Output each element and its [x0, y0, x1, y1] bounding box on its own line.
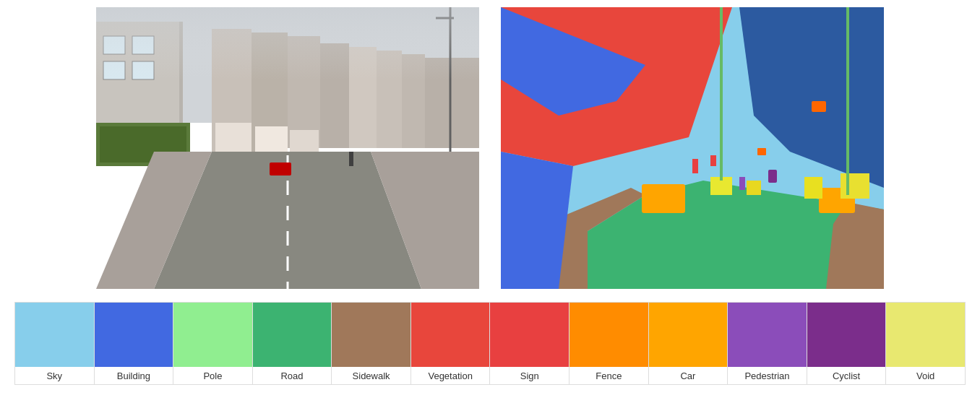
legend-color-road: [253, 303, 332, 367]
legend-item-building: Building: [95, 303, 174, 384]
legend-item-pedestrian: Pedestrian: [728, 303, 807, 384]
legend-label-sign: Sign: [519, 367, 541, 384]
legend-color-building: [95, 303, 173, 367]
legend-label-void: Void: [915, 367, 936, 384]
svg-rect-28: [96, 7, 479, 79]
legend-item-sidewalk: Sidewalk: [332, 303, 411, 384]
svg-rect-44: [692, 159, 698, 173]
svg-rect-38: [642, 184, 685, 213]
legend-item-pole: Pole: [173, 303, 253, 384]
legend-color-void: [886, 303, 965, 367]
images-row: [14, 7, 966, 289]
svg-rect-50: [757, 148, 766, 155]
legend-label-pedestrian: Pedestrian: [743, 367, 791, 384]
svg-rect-18: [255, 126, 288, 152]
legend-color-cyclist: [807, 303, 886, 367]
svg-rect-49: [812, 101, 826, 112]
legend-item-sky: Sky: [15, 303, 95, 384]
legend-color-vegetation: [411, 303, 490, 367]
legend-label-cyclist: Cyclist: [831, 367, 861, 384]
legend-color-sky: [15, 303, 94, 367]
legend-label-car: Car: [679, 367, 697, 384]
main-container: SkyBuildingPoleRoadSidewalkVegetationSig…: [0, 0, 980, 416]
legend-label-vegetation: Vegetation: [426, 367, 473, 384]
svg-rect-26: [270, 162, 291, 176]
legend-label-road: Road: [279, 367, 304, 384]
svg-rect-27: [349, 152, 353, 166]
legend-item-vegetation: Vegetation: [411, 303, 491, 384]
legend-label-building: Building: [116, 367, 152, 384]
svg-rect-19: [290, 130, 319, 152]
legend-row: SkyBuildingPoleRoadSidewalkVegetationSig…: [14, 302, 966, 385]
legend-color-sign: [490, 303, 569, 367]
legend-item-void: Void: [886, 303, 965, 384]
svg-rect-45: [710, 155, 716, 166]
legend-color-car: [649, 303, 728, 367]
legend-color-fence: [569, 303, 648, 367]
legend-color-pole: [173, 303, 252, 367]
legend-label-pole: Pole: [202, 367, 223, 384]
svg-rect-41: [747, 181, 761, 195]
legend-item-cyclist: Cyclist: [807, 303, 887, 384]
legend-label-sky: Sky: [45, 367, 64, 384]
legend-item-fence: Fence: [569, 303, 649, 384]
legend-item-car: Car: [649, 303, 728, 384]
legend-label-fence: Fence: [594, 367, 623, 384]
legend-item-sign: Sign: [490, 303, 569, 384]
legend-color-sidewalk: [332, 303, 411, 367]
svg-rect-17: [215, 123, 252, 152]
svg-rect-48: [739, 177, 745, 190]
segmentation-container: [501, 7, 884, 289]
legend-color-pedestrian: [728, 303, 807, 367]
svg-rect-42: [804, 177, 822, 199]
svg-rect-51: [768, 170, 777, 183]
svg-rect-43: [841, 173, 869, 199]
legend-label-sidewalk: Sidewalk: [351, 367, 392, 384]
legend-item-road: Road: [253, 303, 332, 384]
street-photo-container: [96, 7, 479, 289]
